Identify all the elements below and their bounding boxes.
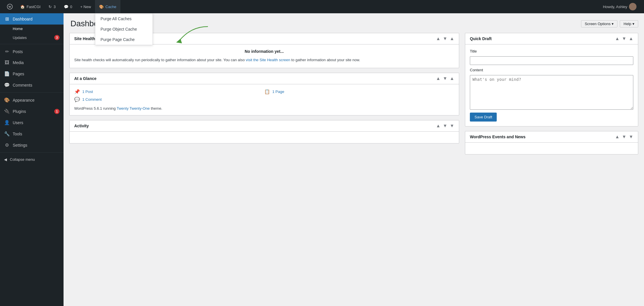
sidebar-item-settings[interactable]: ⚙ Settings bbox=[0, 139, 64, 151]
activity-header: Activity ▲ ▼ ▼ bbox=[70, 120, 459, 132]
quick-draft-title: Quick Draft bbox=[470, 36, 492, 41]
dashboard-columns: Site Health Status ▲ ▼ ▲ No information … bbox=[69, 33, 638, 154]
close-icon[interactable]: ▼ bbox=[450, 123, 454, 128]
pages-icon: 📄 bbox=[4, 71, 10, 76]
collapse-menu[interactable]: ◀ Collapse menu bbox=[0, 154, 64, 165]
sidebar-item-comments[interactable]: 💬 Comments bbox=[0, 79, 64, 91]
cache-menu[interactable]: 🎨 Cache Purge All Caches Purge Object Ca… bbox=[95, 0, 120, 13]
sidebar-item-pages[interactable]: 📄 Pages bbox=[0, 68, 64, 79]
wp-events-title: WordPress Events and News bbox=[470, 135, 526, 139]
wp-events-header: WordPress Events and News ▲ ▼ ▼ bbox=[465, 131, 638, 143]
quick-draft-body: Title Content Save Draft bbox=[465, 44, 638, 126]
no-info-text: No information yet... bbox=[74, 49, 454, 54]
updates-badge: 3 bbox=[54, 35, 59, 40]
glance-posts: 📌 1 Post bbox=[74, 89, 264, 94]
glance-footer: WordPress 5.6.1 running Twenty Twenty-On… bbox=[74, 106, 454, 111]
comments-link[interactable]: 1 Comment bbox=[82, 97, 102, 102]
purge-page-cache[interactable]: Purge Page Cache bbox=[95, 34, 152, 45]
glance-pages: 📋 1 Page bbox=[264, 89, 454, 94]
wp-events-body bbox=[465, 143, 638, 154]
sidebar-item-media[interactable]: 🖼 Media bbox=[0, 57, 64, 68]
health-description: Site health checks will automatically ru… bbox=[74, 57, 454, 63]
collapse-up-icon[interactable]: ▲ bbox=[436, 76, 440, 81]
at-a-glance-metabox: At a Glance ▲ ▼ ▲ 📌 1 Post bbox=[69, 73, 459, 115]
wp-events-metabox: WordPress Events and News ▲ ▼ ▼ bbox=[465, 131, 638, 154]
sidebar-item-home[interactable]: Home bbox=[0, 25, 64, 33]
quick-draft-header: Quick Draft ▲ ▼ ▲ bbox=[465, 33, 638, 44]
posts-link[interactable]: 1 Post bbox=[82, 89, 93, 94]
collapse-down-icon[interactable]: ▼ bbox=[443, 36, 447, 41]
title-label: Title bbox=[470, 49, 633, 53]
page-icon: 📋 bbox=[264, 89, 270, 94]
posts-icon: ✏ bbox=[4, 49, 10, 54]
site-name[interactable]: 🏠 FastCGI bbox=[16, 0, 44, 13]
quick-draft-form: Title Content Save Draft bbox=[470, 49, 633, 122]
tools-icon: 🔧 bbox=[4, 131, 10, 137]
sidebar-item-dashboard[interactable]: ⊞ Dashboard bbox=[0, 13, 64, 25]
glance-items: 📌 1 Post 📋 1 Page 💬 1 Comment bbox=[74, 89, 454, 102]
sidebar-item-updates[interactable]: Updates 3 bbox=[0, 33, 64, 42]
close-icon[interactable]: ▲ bbox=[450, 36, 454, 41]
left-column: Site Health Status ▲ ▼ ▲ No information … bbox=[69, 33, 459, 154]
glance-comments: 💬 1 Comment bbox=[74, 97, 264, 102]
close-icon[interactable]: ▼ bbox=[629, 134, 633, 139]
new-item[interactable]: + New bbox=[76, 0, 95, 13]
close-icon[interactable]: ▲ bbox=[629, 36, 633, 41]
howdy-user[interactable]: Howdy, Ashley bbox=[599, 0, 641, 13]
activity-controls: ▲ ▼ ▼ bbox=[436, 123, 454, 128]
at-a-glance-title: At a Glance bbox=[74, 76, 96, 81]
updates-item[interactable]: ↻ 3 bbox=[44, 0, 59, 13]
collapse-down-icon[interactable]: ▼ bbox=[622, 36, 626, 41]
pages-link[interactable]: 1 Page bbox=[272, 89, 284, 94]
save-draft-button[interactable]: Save Draft bbox=[470, 113, 497, 122]
plugins-badge: 1 bbox=[54, 109, 59, 114]
cache-dropdown: Purge All Caches Purge Object Cache Purg… bbox=[95, 13, 153, 45]
dashboard-icon: ⊞ bbox=[4, 16, 10, 22]
site-health-link[interactable]: visit the Site Health screen bbox=[246, 58, 290, 62]
collapse-down-icon[interactable]: ▼ bbox=[443, 123, 447, 128]
comments-item[interactable]: 💬 0 bbox=[60, 0, 76, 13]
wp-logo[interactable]: W bbox=[3, 0, 16, 13]
collapse-up-icon[interactable]: ▲ bbox=[436, 36, 440, 41]
wp-layout: ⊞ Dashboard Home Updates 3 ✏ Posts 🖼 Med… bbox=[0, 13, 644, 306]
purge-object-cache[interactable]: Purge Object Cache bbox=[95, 24, 152, 34]
users-icon: 👤 bbox=[4, 120, 10, 125]
media-icon: 🖼 bbox=[4, 60, 10, 65]
title-input[interactable] bbox=[470, 56, 633, 65]
sidebar-item-appearance[interactable]: 🎨 Appearance bbox=[0, 94, 64, 106]
close-icon[interactable]: ▲ bbox=[450, 76, 454, 81]
at-a-glance-body: 📌 1 Post 📋 1 Page 💬 1 Comment bbox=[70, 84, 459, 115]
content-label: Content bbox=[470, 68, 633, 72]
collapse-down-icon[interactable]: ▼ bbox=[622, 134, 626, 139]
activity-body bbox=[70, 132, 459, 143]
plugins-icon: 🔌 bbox=[4, 109, 10, 114]
theme-link[interactable]: Twenty Twenty-One bbox=[117, 106, 150, 111]
chevron-down-icon: ▾ bbox=[612, 22, 614, 26]
quick-draft-controls: ▲ ▼ ▲ bbox=[615, 36, 633, 41]
sidebar: ⊞ Dashboard Home Updates 3 ✏ Posts 🖼 Med… bbox=[0, 13, 64, 306]
sidebar-item-plugins[interactable]: 🔌 Plugins 1 bbox=[0, 106, 64, 117]
screen-options-button[interactable]: Screen Options ▾ bbox=[581, 20, 618, 27]
collapse-up-icon[interactable]: ▲ bbox=[615, 36, 619, 41]
quick-draft-metabox: Quick Draft ▲ ▼ ▲ Title Content bbox=[465, 33, 638, 126]
sidebar-item-posts[interactable]: ✏ Posts bbox=[0, 46, 64, 57]
activity-title: Activity bbox=[74, 124, 89, 128]
settings-icon: ⚙ bbox=[4, 142, 10, 148]
collapse-down-icon[interactable]: ▼ bbox=[443, 76, 447, 81]
sidebar-item-tools[interactable]: 🔧 Tools bbox=[0, 128, 64, 139]
avatar bbox=[629, 3, 636, 10]
appearance-icon: 🎨 bbox=[4, 97, 10, 103]
right-column: Quick Draft ▲ ▼ ▲ Title Content bbox=[465, 33, 638, 154]
wp-body: Dashboard Screen Options ▾ Help ▾ Sit bbox=[64, 13, 644, 306]
help-button[interactable]: Help ▾ bbox=[620, 20, 638, 27]
activity-metabox: Activity ▲ ▼ ▼ bbox=[69, 120, 459, 143]
collapse-up-icon[interactable]: ▲ bbox=[615, 134, 619, 139]
comment-icon: 💬 bbox=[74, 97, 80, 102]
collapse-up-icon[interactable]: ▲ bbox=[436, 123, 440, 128]
updates-icon: ↻ bbox=[49, 5, 52, 9]
at-a-glance-header: At a Glance ▲ ▼ ▲ bbox=[70, 73, 459, 84]
purge-all-caches[interactable]: Purge All Caches bbox=[95, 14, 152, 24]
content-textarea[interactable] bbox=[470, 75, 633, 110]
sidebar-item-users[interactable]: 👤 Users bbox=[0, 117, 64, 128]
cache-icon: 🎨 bbox=[99, 5, 104, 9]
